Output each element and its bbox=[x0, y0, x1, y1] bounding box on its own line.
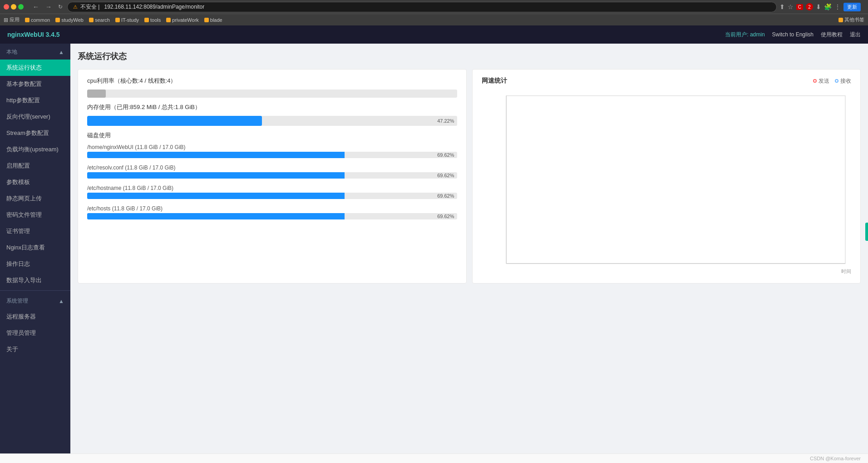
bookmark-studyweb-label: studyWeb bbox=[61, 17, 84, 23]
system-stats-card: cpu利用率（核心数:4 / 线程数:4） 内存使用（已用:859.2 MiB … bbox=[78, 69, 467, 284]
sidebar-item-basic-config[interactable]: 基本参数配置 bbox=[0, 76, 70, 92]
current-user-value: admin bbox=[750, 31, 765, 38]
memory-section-title: 内存使用（已用:859.2 MiB / 总共:1.8 GiB） bbox=[87, 103, 457, 111]
content-area: 系统运行状态 cpu利用率（核心数:4 / 线程数:4） 内存使用（已用:859… bbox=[70, 44, 868, 453]
bookmark-privatework[interactable]: privateWork bbox=[166, 17, 198, 23]
update-button[interactable]: 更新 bbox=[843, 3, 861, 11]
disk-item-0: /home/nginxWebUI (11.8 GiB / 17.0 GiB) 6… bbox=[87, 144, 457, 158]
sidebar-system-collapse-icon[interactable]: ▲ bbox=[59, 298, 64, 304]
cpu-progress-fill bbox=[87, 90, 106, 98]
share-icon[interactable]: ⬆ bbox=[779, 3, 785, 10]
memory-progress-bar: 47.22% bbox=[87, 116, 457, 126]
back-button[interactable]: ← bbox=[31, 2, 41, 11]
badge-icon: 2 bbox=[806, 3, 813, 10]
browser-nav: ← → ↻ ⚠ 不安全 | 192.168.11.142:8089/adminP… bbox=[27, 0, 864, 14]
sidebar-item-param-template[interactable]: 参数模板 bbox=[0, 174, 70, 190]
disk-path-3: /etc/hosts (11.8 GiB / 17.0 GiB) bbox=[87, 205, 457, 212]
app-container: nginxWebUI 3.4.5 当前用户: admin Switch to E… bbox=[0, 25, 868, 463]
network-chart: 时间 bbox=[482, 90, 852, 276]
menu-icon[interactable]: ⋮ bbox=[834, 3, 841, 10]
sidebar-item-static-upload[interactable]: 静态网页上传 bbox=[0, 190, 70, 207]
svg-rect-0 bbox=[506, 96, 845, 264]
app-header-right: 当前用户: admin Switch to English 使用教程 退出 bbox=[725, 31, 861, 39]
address-bar[interactable]: ⚠ 不安全 | 192.168.11.142:8089/adminPage/mo… bbox=[67, 2, 777, 12]
sidebar-local-label: 本地 bbox=[6, 48, 17, 56]
bookmark-tools[interactable]: tools bbox=[144, 17, 161, 23]
disk-item-1: /etc/resolv.conf (11.8 GiB / 17.0 GiB) 6… bbox=[87, 164, 457, 179]
sidebar-item-cert-mgmt[interactable]: 证书管理 bbox=[0, 223, 70, 239]
sidebar-item-password-mgmt[interactable]: 密码文件管理 bbox=[0, 207, 70, 223]
sidebar-item-data-import-export[interactable]: 数据导入导出 bbox=[0, 272, 70, 289]
sidebar-section-system: 系统管理 ▲ bbox=[0, 293, 70, 309]
close-button[interactable] bbox=[4, 4, 9, 10]
switch-language-button[interactable]: Switch to English bbox=[772, 31, 814, 38]
bookmark-icon-others bbox=[838, 18, 843, 22]
tutorial-link[interactable]: 使用教程 bbox=[821, 31, 843, 39]
sidebar-item-nginx-log[interactable]: Nginx日志查看 bbox=[0, 239, 70, 256]
logout-button[interactable]: 退出 bbox=[850, 31, 861, 39]
network-title: 网速统计 bbox=[482, 77, 507, 85]
sidebar-item-http-config[interactable]: http参数配置 bbox=[0, 92, 70, 109]
current-user-label: 当前用户: admin bbox=[725, 31, 764, 39]
sidebar-item-enable-config[interactable]: 启用配置 bbox=[0, 158, 70, 174]
sidebar-item-stream[interactable]: Stream参数配置 bbox=[0, 125, 70, 141]
disk-section-title: 磁盘使用 bbox=[87, 131, 457, 139]
bookmark-studyweb[interactable]: studyWeb bbox=[55, 17, 84, 23]
maximize-button[interactable] bbox=[18, 4, 24, 10]
cpu-section-title: cpu利用率（核心数:4 / 线程数:4） bbox=[87, 77, 457, 85]
bookmark-itstudy-label: IT-study bbox=[121, 17, 139, 23]
bookmark-apps[interactable]: ⊞ 应用 bbox=[4, 16, 20, 23]
browser-chrome: ← → ↻ ⚠ 不安全 | 192.168.11.142:8089/adminP… bbox=[0, 0, 868, 25]
sidebar-item-remote-server[interactable]: 远程服务器 bbox=[0, 309, 70, 325]
browser-controls bbox=[4, 4, 24, 10]
sidebar-item-reverse-proxy[interactable]: 反向代理(server) bbox=[0, 109, 70, 125]
disk-percent-0: 69.62% bbox=[437, 152, 454, 158]
bookmark-blade[interactable]: blade bbox=[204, 17, 222, 23]
forward-button[interactable]: → bbox=[44, 2, 54, 11]
bookmark-search[interactable]: search bbox=[89, 17, 110, 23]
bookmark-common[interactable]: common bbox=[25, 17, 50, 23]
minimize-button[interactable] bbox=[11, 4, 16, 10]
sidebar: 本地 ▲ 系统运行状态 基本参数配置 http参数配置 反向代理(server)… bbox=[0, 44, 70, 453]
sidebar-system-label: 系统管理 bbox=[6, 297, 28, 305]
disk-percent-1: 69.62% bbox=[437, 173, 454, 178]
browser-toolbar-right: ⬆ ☆ C 2 ⬇ 🧩 ⋮ 更新 bbox=[779, 3, 861, 11]
legend-send: 发送 bbox=[813, 77, 829, 85]
memory-progress-fill bbox=[87, 116, 262, 126]
disk-bar-3: 69.62% bbox=[87, 213, 457, 219]
reload-button[interactable]: ↻ bbox=[56, 3, 64, 11]
address-url-value: 192.168.11.142:8089/adminPage/monitor bbox=[104, 4, 204, 10]
download-icon[interactable]: ⬇ bbox=[816, 3, 821, 10]
sidebar-item-about[interactable]: 关于 bbox=[0, 341, 70, 358]
right-edge-toggle[interactable] bbox=[865, 223, 868, 241]
sidebar-item-monitor[interactable]: 系统运行状态 bbox=[0, 60, 70, 76]
stats-grid: cpu利用率（核心数:4 / 线程数:4） 内存使用（已用:859.2 MiB … bbox=[78, 69, 861, 284]
extensions-icon[interactable]: 🧩 bbox=[824, 3, 832, 10]
app-logo: nginxWebUI 3.4.5 bbox=[7, 31, 60, 38]
bookmark-icon-tools bbox=[144, 18, 149, 22]
network-chart-svg bbox=[482, 90, 852, 276]
sidebar-item-upstream[interactable]: 负载均衡(upstream) bbox=[0, 141, 70, 158]
chart-time-label: 时间 bbox=[841, 268, 851, 275]
legend-send-dot bbox=[813, 79, 817, 83]
bookmark-others[interactable]: 其他书签 bbox=[838, 16, 864, 23]
cpu-progress-bar bbox=[87, 90, 457, 98]
bookmark-icon-privatework bbox=[166, 18, 171, 22]
disk-item-2: /etc/hostname (11.8 GiB / 17.0 GiB) 69.6… bbox=[87, 185, 457, 199]
legend-recv-dot bbox=[835, 79, 838, 83]
csdn-icon: C bbox=[796, 4, 803, 10]
sidebar-collapse-icon[interactable]: ▲ bbox=[59, 49, 64, 55]
disk-path-1: /etc/resolv.conf (11.8 GiB / 17.0 GiB) bbox=[87, 164, 457, 171]
sidebar-section-local: 本地 ▲ bbox=[0, 44, 70, 60]
sidebar-item-operation-log[interactable]: 操作日志 bbox=[0, 256, 70, 272]
disk-path-0: /home/nginxWebUI (11.8 GiB / 17.0 GiB) bbox=[87, 144, 457, 150]
network-card: 网速统计 发送 接收 bbox=[472, 69, 861, 284]
bookmark-star-icon[interactable]: ☆ bbox=[788, 3, 794, 10]
bookmark-blade-label: blade bbox=[210, 17, 222, 23]
security-warning-icon: ⚠ bbox=[73, 4, 78, 10]
bookmark-common-label: common bbox=[31, 17, 50, 23]
bookmark-itstudy[interactable]: IT-study bbox=[115, 17, 139, 23]
sidebar-item-admin-mgmt[interactable]: 管理员管理 bbox=[0, 325, 70, 341]
bookmark-icon-itstudy bbox=[115, 18, 120, 22]
bookmark-others-label: 其他书签 bbox=[844, 16, 864, 23]
